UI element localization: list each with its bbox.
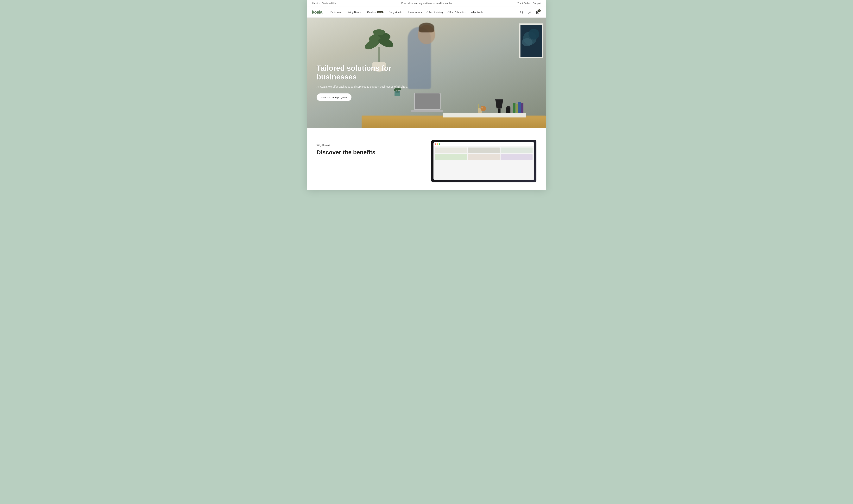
- svg-line-1: [522, 13, 523, 13]
- below-hero-left: Why Koala? Discover the benefits: [316, 140, 422, 156]
- svg-point-0: [520, 11, 523, 13]
- svg-point-2: [529, 11, 530, 12]
- decorative-sphere: [480, 105, 487, 113]
- svg-point-32: [522, 38, 532, 46]
- credenza: [443, 113, 526, 118]
- search-button[interactable]: [518, 9, 525, 16]
- books: [513, 102, 523, 113]
- below-hero-section: Why Koala? Discover the benefits: [307, 128, 546, 190]
- wall-art: [519, 23, 544, 58]
- hero-subtitle: At Koala, we offer packages and services…: [316, 85, 426, 89]
- search-icon: [520, 11, 523, 14]
- sustainability-link[interactable]: Sustainability: [322, 2, 336, 5]
- chevron-down-icon: ▾: [341, 11, 342, 13]
- nav-item-homewares[interactable]: Homewares: [406, 9, 423, 15]
- nav-item-office-dining[interactable]: Office & dining: [424, 9, 445, 15]
- nav-icons: 0: [518, 9, 541, 16]
- svg-point-33: [480, 106, 486, 111]
- nav-item-outdoor[interactable]: Outdoor New ▾: [365, 9, 386, 15]
- svg-point-31: [528, 29, 539, 39]
- why-koala-label: Why Koala?: [316, 144, 422, 147]
- svg-point-27: [506, 106, 510, 108]
- nav-item-offers-bundles[interactable]: Offers & bundles: [446, 9, 468, 15]
- sustainability-label: Sustainability: [322, 2, 336, 5]
- nav-item-living-room[interactable]: Living Room ▾: [345, 9, 364, 15]
- nav-item-baby-kids[interactable]: Baby & kids ▾: [387, 9, 406, 15]
- support-link[interactable]: Support: [533, 2, 541, 5]
- about-chevron: ▾: [319, 2, 320, 4]
- hero-cta-button[interactable]: Join our trade program: [316, 93, 351, 101]
- nav-item-why-koala[interactable]: Why Koala: [469, 9, 485, 15]
- cart-button[interactable]: 0: [534, 9, 541, 16]
- nav-links: Bedroom ▾ Living Room ▾ Outdoor New ▾ Ba…: [329, 9, 518, 15]
- new-badge: New: [377, 11, 383, 13]
- hero-title: Tailored solutions for businesses: [316, 64, 426, 82]
- main-nav: koala Bedroom ▾ Living Room ▾ Outdoor Ne…: [307, 7, 546, 18]
- logo[interactable]: koala: [312, 10, 322, 15]
- tablet-image: [431, 140, 537, 182]
- discover-title: Discover the benefits: [316, 149, 422, 156]
- promo-banner: Free delivery on any mattress or small i…: [401, 2, 452, 5]
- top-bar-left: About ▾ Sustainability: [312, 2, 336, 5]
- nav-item-bedroom[interactable]: Bedroom ▾: [329, 9, 344, 15]
- about-label: About: [312, 2, 318, 5]
- track-order-link[interactable]: Track Order: [518, 2, 530, 5]
- svg-rect-19: [411, 110, 443, 112]
- cart-count: 0: [538, 9, 541, 12]
- about-link[interactable]: About ▾: [312, 2, 320, 5]
- top-bar-right: Track Order Support: [518, 2, 541, 5]
- chevron-down-icon: ▾: [383, 11, 384, 13]
- hero-content: Tailored solutions for businesses At Koa…: [316, 64, 426, 101]
- chevron-down-icon: ▾: [362, 11, 363, 13]
- chevron-down-icon: ▾: [403, 11, 404, 13]
- hero-section: Tailored solutions for businesses At Koa…: [307, 18, 546, 128]
- account-button[interactable]: [526, 9, 533, 16]
- user-icon: [528, 11, 531, 14]
- top-bar: About ▾ Sustainability Free delivery on …: [307, 0, 546, 7]
- svg-point-34: [482, 107, 483, 108]
